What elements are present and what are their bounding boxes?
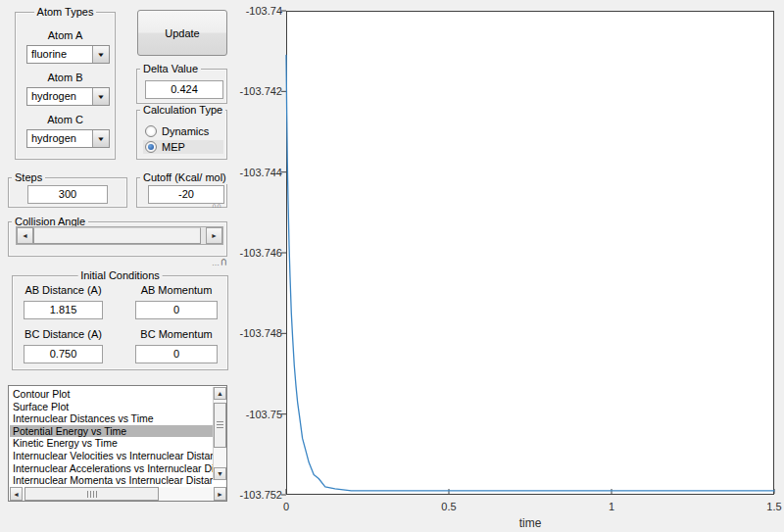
x-tick-label: 1.5 xyxy=(755,501,784,512)
combo-value: fluorine xyxy=(31,47,67,62)
ab-momentum-field[interactable]: 0 xyxy=(135,301,218,319)
list-item[interactable]: Potential Energy vs Time xyxy=(10,425,213,438)
slider-right-arrow-icon[interactable]: ► xyxy=(206,227,222,244)
vertical-scrollbar-thumb[interactable] xyxy=(214,403,226,448)
chevron-down-icon[interactable]: ▼ xyxy=(92,46,109,63)
clipped-text-artifact-bottom: …⊂ xyxy=(212,257,227,267)
artifact-glyph: ⊂ xyxy=(219,258,229,266)
scroll-down-icon[interactable]: ▼ xyxy=(214,467,226,480)
atom-b-select[interactable]: hydrogen▼ xyxy=(26,87,110,106)
list-item[interactable]: Surface Plot xyxy=(10,401,213,413)
radio-selected-icon[interactable] xyxy=(145,141,157,153)
plot-area xyxy=(286,11,774,495)
slider-thumb[interactable] xyxy=(33,227,201,244)
ab-distance-field[interactable]: 1.815 xyxy=(24,301,103,319)
atom-types-title: Atom Types xyxy=(34,6,97,19)
x-tick-label: 0.5 xyxy=(429,501,468,512)
ab-momentum-label: AB Momentum xyxy=(135,284,218,297)
list-item[interactable]: Internuclear Distances vs Time xyxy=(10,412,213,425)
x-axis-label: time xyxy=(501,516,560,530)
y-tick-label: -103.748 xyxy=(229,327,282,339)
y-tick-label: -103.744 xyxy=(229,167,282,178)
radio-dynamics[interactable]: Dynamics xyxy=(143,124,223,138)
bc-distance-label: BC Distance (A) xyxy=(24,328,103,341)
combo-value: hydrogen xyxy=(31,131,76,146)
steps-title: Steps xyxy=(12,171,45,184)
slider-left-arrow-icon[interactable]: ◄ xyxy=(17,227,33,244)
list-item[interactable]: Internuclear Momenta vs Internuclear Dis… xyxy=(10,474,213,487)
delta-value-field[interactable]: 0.424 xyxy=(145,80,223,99)
list-item[interactable]: Contour Plot xyxy=(10,388,213,401)
listbox-horizontal-scrollbar[interactable]: ◄ ► xyxy=(10,487,226,501)
application-window: Atom Types Atom Afluorine▼Atom Bhydrogen… xyxy=(0,0,784,532)
cutoff-title: Cutoff (Kcal/ mol) xyxy=(140,171,229,184)
listbox-vertical-scrollbar[interactable]: ▲ ▼ xyxy=(213,387,225,480)
clipped-text-artifact-top: ∩∩ xyxy=(212,202,221,209)
x-tick-label: 0 xyxy=(267,501,306,512)
horizontal-scrollbar-thumb[interactable] xyxy=(24,487,159,501)
list-item[interactable]: Internuclear Accelerations vs Internucle… xyxy=(10,462,213,475)
atom-types-panel: Atom Types Atom Afluorine▼Atom Bhydrogen… xyxy=(15,12,116,160)
radio-label: Dynamics xyxy=(162,125,209,137)
y-tick-label: -103.752 xyxy=(229,489,282,501)
atom-c-label: Atom C xyxy=(16,114,115,126)
radio-group: DynamicsMEP xyxy=(137,111,226,159)
atom-a-select[interactable]: fluorine▼ xyxy=(26,45,110,64)
plot-type-listbox[interactable]: Contour PlotSurface PlotInternuclear Dis… xyxy=(8,385,227,502)
scroll-left-icon[interactable]: ◄ xyxy=(10,487,23,501)
radio-unselected-icon[interactable] xyxy=(145,125,157,137)
scroll-up-icon[interactable]: ▲ xyxy=(214,387,226,400)
chevron-down-icon[interactable]: ▼ xyxy=(92,130,109,147)
combo-value: hydrogen xyxy=(31,89,76,104)
list-item[interactable]: Kinetic Energy vs Time xyxy=(10,437,213,450)
list-item[interactable]: Internuclear Velocities vs Internuclear … xyxy=(10,450,213,462)
bc-distance-field[interactable]: 0.750 xyxy=(24,345,103,363)
steps-field[interactable]: 300 xyxy=(27,185,108,204)
y-tick-label: -103.75 xyxy=(229,409,282,420)
scroll-right-icon[interactable]: ► xyxy=(214,487,226,501)
y-tick-label: -103.74 xyxy=(229,5,282,17)
atom-c-select[interactable]: hydrogen▼ xyxy=(26,129,110,148)
x-tick-label: 1 xyxy=(592,501,631,512)
initial-conditions-fields: AB Distance (A)1.815AB Momentum0BC Dista… xyxy=(13,276,227,369)
bc-momentum-field[interactable]: 0 xyxy=(135,345,218,363)
y-tick-label: -103.746 xyxy=(229,247,282,259)
calculation-type-panel: Calculation Type DynamicsMEP xyxy=(136,110,227,160)
y-tick-label: -103.742 xyxy=(229,85,282,97)
delta-value-title: Delta Value xyxy=(140,63,201,75)
radio-label: MEP xyxy=(162,141,185,153)
axes-box xyxy=(287,12,774,495)
collision-angle-slider[interactable]: ◄ ► xyxy=(16,226,223,245)
plot-canvas xyxy=(286,11,774,495)
update-button[interactable]: Update xyxy=(137,10,227,56)
bc-momentum-label: BC Momentum xyxy=(135,328,218,341)
initial-conditions-panel: Initial Conditions AB Distance (A)1.815A… xyxy=(12,275,228,370)
update-button-label: Update xyxy=(165,27,199,39)
ab-distance-label: AB Distance (A) xyxy=(24,284,103,297)
listbox-rows: Contour PlotSurface PlotInternuclear Dis… xyxy=(10,388,213,488)
atom-a-label: Atom A xyxy=(16,29,115,42)
atom-b-label: Atom B xyxy=(16,72,115,84)
chevron-down-icon[interactable]: ▼ xyxy=(92,88,109,105)
radio-mep[interactable]: MEP xyxy=(143,140,223,154)
